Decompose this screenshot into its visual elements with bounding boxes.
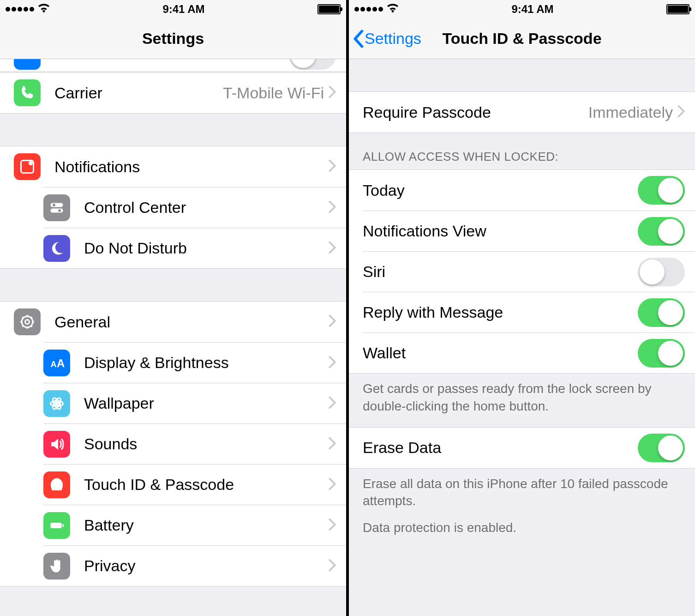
svg-point-4 xyxy=(53,204,55,206)
chevron-right-icon xyxy=(329,201,336,215)
cell-battery[interactable]: Battery xyxy=(43,505,346,545)
carrier-value: T-Mobile Wi-Fi xyxy=(223,84,324,102)
status-bar: 9:41 AM xyxy=(0,0,346,18)
wallet-footer: Get cards or passes ready from the lock … xyxy=(349,374,695,427)
require-passcode-label: Require Passcode xyxy=(363,103,588,121)
status-time: 9:41 AM xyxy=(162,3,204,16)
cell-touchid[interactable]: Touch ID & Passcode xyxy=(43,464,346,505)
erase-footer-line2: Data protection is enabled. xyxy=(363,519,681,537)
battery-icon xyxy=(43,512,70,539)
today-toggle[interactable] xyxy=(638,176,685,205)
chevron-right-icon xyxy=(329,356,336,370)
chevron-right-icon xyxy=(329,86,336,100)
cell-erase-data: Erase Data xyxy=(349,428,695,468)
svg-rect-3 xyxy=(51,208,63,212)
cell-dnd[interactable]: Do Not Disturb xyxy=(43,228,346,268)
touchid-label: Touch ID & Passcode xyxy=(84,476,329,494)
svg-rect-22 xyxy=(51,523,62,528)
svg-point-7 xyxy=(25,320,30,324)
notifications-view-label: Notifications View xyxy=(363,222,638,240)
cell-wallpaper[interactable]: Wallpaper xyxy=(43,383,346,423)
carrier-label: Carrier xyxy=(54,84,223,102)
nav-bar: Settings xyxy=(0,18,346,59)
cell-require-passcode[interactable]: Require Passcode Immediately xyxy=(349,92,695,133)
reply-message-toggle[interactable] xyxy=(638,298,685,327)
reply-message-label: Reply with Message xyxy=(363,303,638,321)
wallet-label: Wallet xyxy=(363,344,638,362)
control-center-label: Control Center xyxy=(84,199,329,217)
erase-footer-line1: Erase all data on this iPhone after 10 f… xyxy=(363,475,681,510)
status-bar: 9:41 AM xyxy=(349,0,695,18)
dnd-label: Do Not Disturb xyxy=(84,239,329,257)
siri-toggle[interactable] xyxy=(638,258,685,286)
battery-label: Battery xyxy=(84,516,329,534)
signal-strength-icon xyxy=(6,7,34,12)
partial-row xyxy=(0,59,346,72)
cell-sounds[interactable]: Sounds xyxy=(43,423,346,464)
svg-rect-23 xyxy=(62,524,64,527)
display-label: Display & Brightness xyxy=(84,354,329,372)
erase-footer: Erase all data on this iPhone after 10 f… xyxy=(349,469,695,549)
chevron-right-icon xyxy=(329,519,336,532)
chevron-right-icon xyxy=(329,315,336,329)
privacy-label: Privacy xyxy=(84,557,329,575)
flower-icon xyxy=(43,390,70,417)
settings-list[interactable]: Carrier T-Mobile Wi-Fi Notifications Con… xyxy=(0,59,346,616)
cell-carrier[interactable]: Carrier T-Mobile Wi-Fi xyxy=(0,72,346,113)
erase-data-label: Erase Data xyxy=(363,439,638,457)
cell-privacy[interactable]: Privacy xyxy=(43,545,346,586)
svg-point-18 xyxy=(55,401,59,405)
wallet-toggle[interactable] xyxy=(638,339,685,368)
status-time: 9:41 AM xyxy=(511,3,553,16)
chevron-right-icon xyxy=(329,437,336,451)
svg-rect-2 xyxy=(51,203,63,207)
bluetooth-icon xyxy=(14,59,41,70)
cell-today: Today xyxy=(349,170,695,211)
moon-icon xyxy=(43,235,70,262)
text-size-icon: AA xyxy=(43,350,70,376)
cell-wallet: Wallet xyxy=(363,332,695,373)
partial-toggle[interactable] xyxy=(289,59,336,70)
svg-point-1 xyxy=(29,161,33,165)
back-label: Settings xyxy=(365,30,421,48)
cell-notifications-view: Notifications View xyxy=(363,211,695,251)
require-passcode-value: Immediately xyxy=(588,103,673,121)
battery-icon xyxy=(318,4,341,14)
back-button[interactable]: Settings xyxy=(353,30,421,48)
chevron-right-icon xyxy=(329,397,336,411)
wifi-icon xyxy=(38,3,50,16)
cell-general[interactable]: General xyxy=(0,302,346,342)
hand-icon xyxy=(43,553,70,580)
fingerprint-icon xyxy=(43,471,70,498)
siri-label: Siri xyxy=(363,263,638,281)
cell-notifications[interactable]: Notifications xyxy=(0,146,346,187)
notifications-label: Notifications xyxy=(54,158,329,176)
battery-icon xyxy=(666,4,689,14)
wifi-icon xyxy=(387,3,399,16)
partial-prev-row xyxy=(349,59,695,64)
cell-display[interactable]: AA Display & Brightness xyxy=(43,342,346,383)
passcode-settings-list[interactable]: Require Passcode Immediately ALLOW ACCES… xyxy=(349,59,695,616)
touch-id-passcode-screen: 9:41 AM Settings Touch ID & Passcode Req… xyxy=(349,0,695,616)
cell-reply-message: Reply with Message xyxy=(363,292,695,332)
svg-text:A: A xyxy=(51,360,57,369)
notifications-view-toggle[interactable] xyxy=(638,217,685,246)
chevron-right-icon xyxy=(329,559,336,573)
today-label: Today xyxy=(363,181,638,199)
cell-control-center[interactable]: Control Center xyxy=(43,187,346,228)
section-header-allow-access: ALLOW ACCESS WHEN LOCKED: xyxy=(349,133,695,169)
erase-data-toggle[interactable] xyxy=(638,434,685,462)
control-center-icon xyxy=(43,194,70,221)
wallpaper-label: Wallpaper xyxy=(84,394,329,412)
svg-point-5 xyxy=(58,209,61,212)
chevron-right-icon xyxy=(329,160,336,174)
speaker-icon xyxy=(43,431,70,458)
settings-screen: 9:41 AM Settings Carrier T-Mobile Wi-Fi xyxy=(0,0,346,616)
signal-strength-icon xyxy=(354,7,383,12)
chevron-right-icon xyxy=(329,478,336,492)
phone-icon xyxy=(14,79,41,106)
chevron-right-icon xyxy=(329,242,336,255)
general-label: General xyxy=(54,313,329,331)
chevron-right-icon xyxy=(677,105,685,119)
sounds-label: Sounds xyxy=(84,435,329,453)
